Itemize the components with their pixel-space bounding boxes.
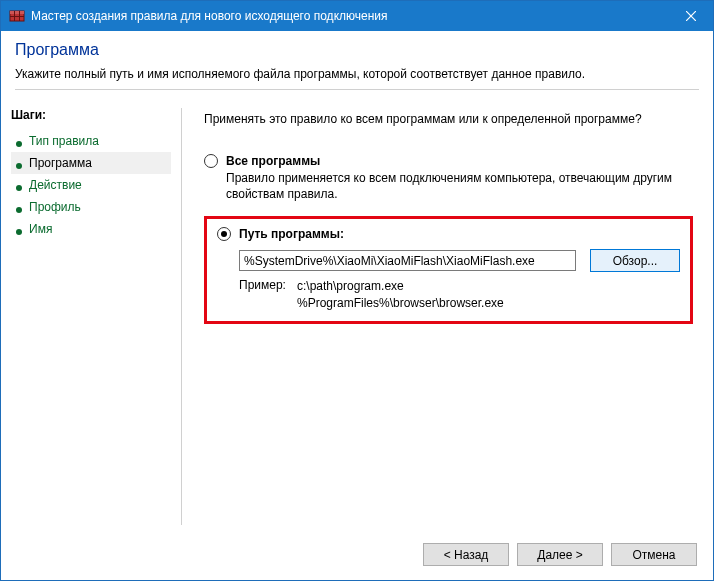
svg-point-9	[16, 185, 22, 191]
step-program[interactable]: Программа	[11, 152, 171, 174]
example-values: c:\path\program.exe %ProgramFiles%\brows…	[297, 278, 504, 310]
svg-rect-3	[14, 11, 15, 21]
main-content: Применять это правило ко всем программам…	[182, 100, 713, 533]
example-label: Пример:	[239, 278, 297, 310]
option-all-label: Все программы	[226, 154, 320, 168]
page-title: Программа	[15, 41, 699, 59]
back-button[interactable]: < Назад	[423, 543, 509, 566]
next-button[interactable]: Далее >	[517, 543, 603, 566]
cancel-button[interactable]: Отмена	[611, 543, 697, 566]
window-title: Мастер создания правила для нового исход…	[31, 9, 668, 23]
step-link[interactable]: Программа	[29, 156, 92, 170]
firewall-icon	[9, 8, 25, 24]
svg-point-7	[16, 141, 22, 147]
step-link[interactable]: Тип правила	[29, 134, 99, 148]
step-action[interactable]: Действие	[11, 174, 171, 196]
svg-rect-4	[19, 11, 20, 21]
question-text: Применять это правило ко всем программам…	[204, 112, 693, 126]
step-link[interactable]: Действие	[29, 178, 82, 192]
footer-buttons: < Назад Далее > Отмена	[1, 533, 713, 580]
bullet-icon	[15, 181, 23, 189]
page-subtitle: Укажите полный путь и имя исполняемого ф…	[15, 67, 699, 81]
step-profile[interactable]: Профиль	[11, 196, 171, 218]
highlighted-section: Путь программы: Обзор... Пример: c:\path…	[204, 216, 693, 323]
svg-point-10	[16, 207, 22, 213]
bullet-icon	[15, 203, 23, 211]
example-line-2: %ProgramFiles%\browser\browser.exe	[297, 295, 504, 311]
steps-heading: Шаги:	[11, 108, 171, 122]
header-section: Программа Укажите полный путь и имя испо…	[1, 31, 713, 100]
option-path-label: Путь программы:	[239, 227, 344, 241]
header-divider	[15, 89, 699, 90]
option-all-desc: Правило применяется ко всем подключениям…	[226, 170, 693, 202]
step-link[interactable]: Имя	[29, 222, 52, 236]
svg-rect-2	[10, 16, 24, 17]
bullet-icon	[15, 225, 23, 233]
radio-program-path[interactable]	[217, 227, 231, 241]
titlebar: Мастер создания правила для нового исход…	[1, 1, 713, 31]
step-link[interactable]: Профиль	[29, 200, 81, 214]
close-button[interactable]	[668, 1, 713, 31]
browse-button[interactable]: Обзор...	[590, 249, 680, 272]
svg-point-8	[16, 163, 22, 169]
bullet-icon	[15, 159, 23, 167]
bullet-icon	[15, 137, 23, 145]
step-name[interactable]: Имя	[11, 218, 171, 240]
svg-point-11	[16, 229, 22, 235]
svg-rect-1	[10, 11, 24, 14]
program-path-input[interactable]	[239, 250, 576, 271]
example-line-1: c:\path\program.exe	[297, 278, 504, 294]
option-all-programs: Все программы Правило применяется ко все…	[204, 154, 693, 202]
step-rule-type[interactable]: Тип правила	[11, 130, 171, 152]
spacer	[204, 324, 693, 523]
wizard-window: Мастер создания правила для нового исход…	[0, 0, 714, 581]
radio-all-programs[interactable]	[204, 154, 218, 168]
body-area: Шаги: Тип правила Программа Действие Про…	[1, 100, 713, 533]
steps-sidebar: Шаги: Тип правила Программа Действие Про…	[1, 100, 181, 533]
